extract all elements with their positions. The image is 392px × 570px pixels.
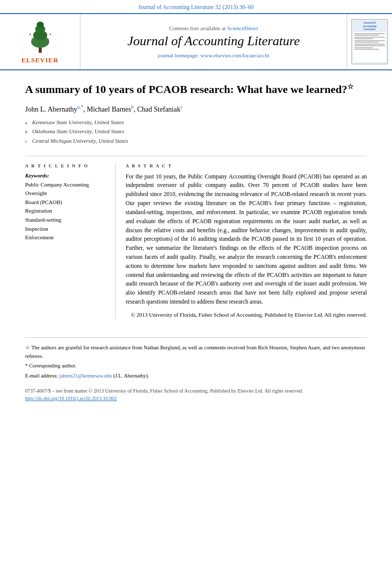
paper-title: A summary of 10 years of PCAOB research:… bbox=[25, 82, 367, 97]
thumb-line-8 bbox=[354, 45, 385, 46]
thumb-line-7 bbox=[354, 44, 385, 45]
svg-point-6 bbox=[47, 38, 49, 40]
main-content: A summary of 10 years of PCAOB research:… bbox=[0, 70, 392, 329]
thumb-line-5 bbox=[354, 40, 385, 41]
affil-line-c: c Central Michigan University, United St… bbox=[25, 136, 367, 146]
journal-info-center: Contents lists available at ScienceDirec… bbox=[80, 14, 347, 69]
journal-top-text: Journal of Accounting Literature 32 (201… bbox=[138, 4, 254, 10]
svg-point-8 bbox=[49, 34, 51, 35]
abstract-body: For the past 10 years, the Public Compan… bbox=[126, 172, 367, 319]
thumb-title-text: Journal ofAccountingLiterature bbox=[363, 21, 376, 31]
affil-text-b: Oklahoma State University, United States bbox=[32, 127, 124, 136]
keyword-4: Standard-setting bbox=[25, 216, 105, 225]
email-suffix: (J.L. Abernathy). bbox=[113, 373, 149, 378]
journal-cover-thumbnail: Journal ofAccountingLiterature bbox=[351, 19, 388, 64]
author-barnes: , Michael Barnes bbox=[83, 106, 131, 113]
affiliations: a Kennesaw State University, United Stat… bbox=[25, 118, 367, 146]
keyword-1: Public Company Accounting Oversight bbox=[25, 180, 105, 198]
keyword-6: Enforcement bbox=[25, 233, 105, 242]
footnotes: ☆ The authors are grateful for research … bbox=[0, 344, 392, 381]
keywords-list: Public Company Accounting Oversight Boar… bbox=[25, 180, 105, 242]
email-label: E-mail address: bbox=[25, 373, 58, 378]
elsevier-tree-icon bbox=[18, 19, 63, 54]
keyword-5: Inspection bbox=[25, 225, 105, 234]
elsevier-brand-text: ELSEVIER bbox=[22, 56, 59, 64]
article-info-heading: A R T I C L E I N F O bbox=[25, 163, 105, 168]
star-footnote-marker: ☆ bbox=[25, 345, 31, 350]
journal-homepage: journal homepage: www.elsevier.com/locat… bbox=[158, 52, 269, 58]
thumb-line-1 bbox=[354, 33, 385, 34]
svg-point-4 bbox=[37, 22, 44, 28]
authors-line: John L. Abernathya,*, Michael Barnesb, C… bbox=[25, 104, 367, 114]
email-link[interactable]: jabem21@kennesaw.edu bbox=[59, 373, 112, 378]
abstract-section: A B S T R A C T For the past 10 years, t… bbox=[116, 163, 367, 319]
keyword-2: Board (PCAOB) bbox=[25, 198, 105, 207]
thumb-line-2 bbox=[354, 35, 379, 36]
svg-point-7 bbox=[29, 34, 31, 35]
affil-sup-b: b bbox=[25, 128, 30, 136]
thumb-body bbox=[353, 32, 386, 62]
author-abernathy: John L. Abernathy bbox=[25, 106, 77, 113]
affil-sup-a: a bbox=[25, 119, 30, 127]
contents-line: Contents lists available at ScienceDirec… bbox=[169, 25, 258, 31]
author-c-sup: c bbox=[180, 104, 182, 110]
affil-line-a: a Kennesaw State University, United Stat… bbox=[25, 118, 367, 127]
doi-link[interactable]: http://dx.doi.org/10.1016/j.acclit.2013.… bbox=[25, 396, 117, 401]
keyword-3: Registration bbox=[25, 207, 105, 216]
corresponding-text: * Corresponding author. bbox=[25, 363, 76, 368]
affil-line-b: b Oklahoma State University, United Stat… bbox=[25, 127, 367, 136]
abstract-paragraph: For the past 10 years, the Public Compan… bbox=[126, 172, 367, 307]
copyright-line: © 2013 University of Florida, Fisher Sch… bbox=[126, 311, 367, 319]
affil-text-c: Central Michigan University, United Stat… bbox=[32, 136, 128, 146]
issn-line: 0737-4607/$ – see front matter © 2013 Un… bbox=[25, 387, 367, 395]
journal-homepage-url: www.elsevier.com/locate/acclit bbox=[201, 52, 269, 58]
corresponding-footnote: * Corresponding author. bbox=[25, 362, 367, 370]
thumb-line-10 bbox=[354, 49, 379, 50]
keywords-label: Keywords: bbox=[25, 172, 105, 178]
title-star: ☆ bbox=[347, 83, 354, 90]
thumb-line-3 bbox=[354, 37, 385, 38]
journal-title: Journal of Accounting Literature bbox=[127, 33, 300, 49]
bottom-separator bbox=[25, 337, 367, 338]
sciencedirect-link[interactable]: ScienceDirect bbox=[227, 25, 258, 31]
journal-top-bar: Journal of Accounting Literature 32 (201… bbox=[0, 0, 392, 14]
bottom-info: 0737-4607/$ – see front matter © 2013 Un… bbox=[0, 382, 392, 402]
journal-thumbnail-section: Journal ofAccountingLiterature bbox=[347, 14, 392, 69]
star-footnote: ☆ The authors are grateful for research … bbox=[25, 344, 367, 361]
journal-header: ELSEVIER Contents lists available at Sci… bbox=[0, 14, 392, 70]
star-footnote-text: The authors are grateful for research as… bbox=[25, 345, 365, 359]
thumb-line-9 bbox=[354, 47, 373, 48]
svg-point-5 bbox=[32, 38, 34, 40]
author-stefaniak: , Chad Stefaniak bbox=[134, 106, 180, 113]
affil-sup-c: c bbox=[25, 138, 30, 145]
email-footnote: E-mail address: jabem21@kennesaw.edu (J.… bbox=[25, 372, 367, 381]
author-a-sup: a,* bbox=[77, 104, 83, 110]
article-info: A R T I C L E I N F O Keywords: Public C… bbox=[25, 163, 116, 319]
abstract-heading: A B S T R A C T bbox=[126, 163, 367, 168]
thumb-line-4 bbox=[354, 38, 373, 39]
two-column-section: A R T I C L E I N F O Keywords: Public C… bbox=[25, 156, 367, 319]
elsevier-logo-section: ELSEVIER bbox=[0, 14, 80, 69]
affil-text-a: Kennesaw State University, United States bbox=[32, 118, 124, 127]
thumb-line-6 bbox=[354, 42, 379, 43]
